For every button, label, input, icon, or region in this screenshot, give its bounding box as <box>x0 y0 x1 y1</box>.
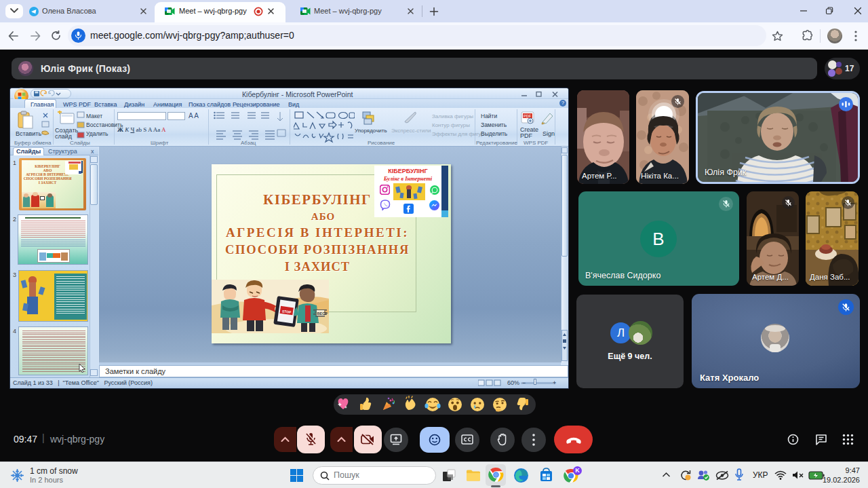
svg-text:PDF: PDF <box>524 114 532 118</box>
svg-text:ВЕСР: ВЕСР <box>317 312 328 316</box>
